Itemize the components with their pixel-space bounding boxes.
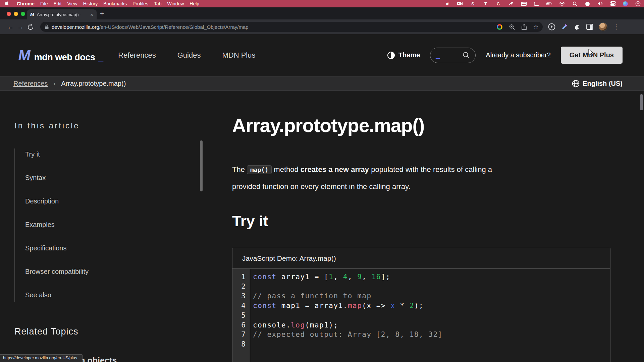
funnel-icon[interactable] [483, 1, 488, 7]
code-token: log [291, 321, 305, 329]
code-lines[interactable]: const array1 = [1, 4, 9, 16]; // pass a … [250, 269, 610, 362]
minimize-window-button[interactable] [14, 12, 18, 16]
battery-icon[interactable] [546, 1, 552, 7]
toc-link[interactable]: Browser compatibility [25, 268, 89, 275]
forward-button[interactable]: → [15, 23, 25, 31]
inline-code-map: map() [247, 165, 272, 174]
profile-avatar[interactable] [599, 22, 607, 31]
menu-chrome[interactable]: Chrome [17, 1, 35, 6]
code-token: const [253, 302, 277, 310]
mdn-logo-icon: M [17, 48, 32, 63]
side-panel-icon[interactable] [586, 24, 593, 30]
breadcrumb-separator: › [53, 80, 55, 87]
code-token: (map1); [305, 321, 338, 329]
toc-link[interactable]: Try it [25, 150, 40, 158]
browser-tab[interactable]: M Array.prototype.map() - JavaS × [27, 9, 97, 19]
google-g-icon[interactable] [497, 24, 502, 30]
toc-item: Examples [25, 221, 201, 229]
link-preview-statusbar: https://developer.mozilla.org/en-US/plus [0, 354, 83, 362]
mdn-main-nav: References Guides MDN Plus [118, 51, 255, 60]
mouse-cursor [588, 49, 594, 56]
screen: Chrome File Edit View History Bookmarks … [0, 0, 644, 362]
tab-close-icon[interactable]: × [90, 12, 93, 17]
language-switcher[interactable]: English (US) [572, 80, 623, 87]
code-line [253, 311, 610, 320]
back-button[interactable]: ← [5, 23, 15, 31]
code-line: const map1 = array1.map(x => x * 2); [253, 301, 610, 311]
nav-mdn-plus[interactable]: MDN Plus [222, 51, 255, 60]
theme-half-circle-icon [387, 51, 395, 59]
toc-link[interactable]: Examples [25, 221, 55, 228]
search-icon [463, 52, 470, 59]
menu-left: Chrome File Edit View History Bookmarks … [0, 1, 199, 6]
siri-icon[interactable] [623, 1, 628, 6]
toc-link[interactable]: Description [25, 197, 59, 205]
menu-help[interactable]: Help [190, 1, 199, 6]
demo-editor[interactable]: 12345678 const array1 = [1, 4, 9, 16]; /… [232, 269, 610, 362]
wifi-icon[interactable] [559, 1, 565, 7]
menu-window[interactable]: Window [167, 1, 184, 6]
share-icon[interactable] [522, 24, 527, 30]
code-token: 1 [329, 273, 333, 281]
spotlight-icon[interactable] [572, 1, 578, 7]
mdn-header: M mdn web docs _ References Guides MDN P… [0, 34, 644, 76]
mdn-logo-underscore: _ [98, 52, 103, 63]
code-token: , [362, 273, 371, 281]
volume-icon[interactable] [597, 1, 603, 7]
apple-icon[interactable] [5, 1, 10, 6]
intro-text: The [232, 165, 247, 174]
c-app-icon[interactable]: C [495, 1, 501, 7]
control-center-icon[interactable] [610, 1, 616, 7]
toc-link[interactable]: See also [25, 291, 51, 299]
password-manager-icon[interactable] [548, 23, 555, 31]
code-line [253, 340, 610, 349]
code-token: map1 = array1. [277, 302, 348, 310]
app-s-icon[interactable]: S [470, 1, 476, 7]
address-bar[interactable]: developer.mozilla.org/en-US/docs/Web/Jav… [40, 22, 543, 32]
toc-item: Try it [25, 150, 201, 158]
url-path: /en-US/docs/Web/JavaScript/Reference/Glo… [99, 24, 249, 30]
menu-view[interactable]: View [67, 1, 77, 6]
toc-link[interactable]: Specifications [25, 244, 66, 252]
extensions-puzzle-icon[interactable] [574, 23, 581, 31]
nav-guides[interactable]: Guides [177, 51, 201, 60]
breadcrumb-references[interactable]: References [13, 80, 48, 87]
toc-heading: In this article [14, 121, 201, 130]
chrome-menu-icon[interactable]: ⋮ [613, 23, 619, 31]
code-token: ]; [381, 273, 390, 281]
zoom-in-icon[interactable] [509, 24, 515, 30]
mdn-logo[interactable]: M mdn web docs _ [18, 48, 103, 63]
color-picker-icon[interactable] [561, 23, 568, 30]
subscriber-link[interactable]: Already a subscriber? [486, 51, 550, 59]
menu-bookmarks[interactable]: Bookmarks [103, 1, 127, 6]
bookmark-star-icon[interactable]: ☆ [533, 23, 539, 31]
intro-text: creates a new array [301, 165, 369, 174]
intro-paragraph: The map() method creates a new array pop… [232, 161, 601, 195]
menu-edit[interactable]: Edit [53, 1, 61, 6]
menu-profiles[interactable]: Profiles [132, 1, 148, 6]
rocket-icon[interactable] [508, 1, 514, 7]
close-window-button[interactable] [7, 12, 11, 16]
menu-history[interactable]: History [83, 1, 98, 6]
theme-toggle[interactable]: Theme [387, 51, 420, 59]
site-search-input[interactable]: _ [430, 48, 476, 63]
code-token: 4 [343, 273, 348, 281]
article-main: Array.prototype.map() The map() method c… [201, 91, 640, 362]
toc-link[interactable]: Syntax [25, 174, 46, 181]
window-icon[interactable] [534, 1, 539, 7]
toc-item: See also [25, 291, 201, 299]
keyboard-icon[interactable] [521, 1, 527, 7]
keyboard-grid-icon[interactable]: # [444, 1, 450, 7]
reload-button[interactable] [25, 23, 36, 31]
zoom-window-button[interactable] [21, 12, 25, 16]
code-token: array1 = [ [277, 273, 329, 281]
focus-icon[interactable] [585, 1, 590, 7]
page-scrollbar-thumb[interactable] [640, 94, 643, 110]
menu-file[interactable]: File [40, 1, 48, 6]
line-number: 5 [232, 311, 246, 320]
nav-references[interactable]: References [118, 51, 156, 60]
screen-record-icon[interactable] [457, 1, 463, 7]
menu-tab[interactable]: Tab [154, 1, 162, 6]
screen-mirroring-icon[interactable] [635, 1, 641, 7]
new-tab-button[interactable]: + [100, 10, 104, 18]
